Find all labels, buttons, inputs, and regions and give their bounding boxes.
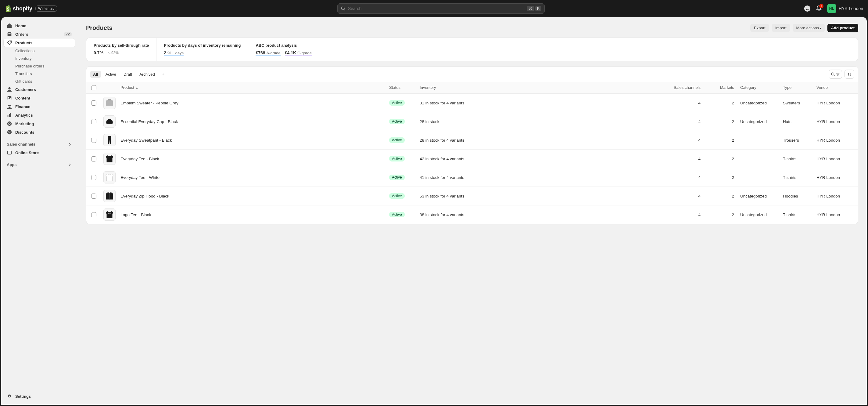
kbd-cmd: ⌘ (527, 6, 534, 11)
logo-area: shopify Winter '25 (5, 5, 78, 12)
search-wrap: ⌘ K (83, 3, 799, 14)
shopify-logo[interactable]: shopify (5, 5, 32, 12)
store-name: HYR London (839, 6, 863, 11)
notifications-icon[interactable]: 1 (815, 5, 822, 12)
search-input[interactable] (348, 6, 524, 11)
kbd-k: K (535, 6, 541, 11)
store-switcher[interactable]: HL HYR London (827, 4, 863, 13)
svg-line-1 (344, 9, 345, 10)
store-avatar: HL (827, 4, 836, 13)
topbar: shopify Winter '25 ⌘ K 1 HL HYR London (0, 0, 868, 17)
searchbar[interactable]: ⌘ K (337, 3, 545, 14)
persona-icon[interactable] (804, 5, 811, 12)
topbar-right: 1 HL HYR London (804, 4, 863, 13)
season-pill[interactable]: Winter '25 (35, 5, 57, 11)
svg-point-0 (341, 7, 344, 10)
kbd-hint: ⌘ K (527, 6, 541, 11)
shopify-bag-icon (5, 5, 11, 12)
search-icon (341, 6, 346, 11)
notification-badge: 1 (819, 4, 824, 8)
brand-text: shopify (13, 5, 32, 12)
svg-point-2 (805, 6, 810, 11)
